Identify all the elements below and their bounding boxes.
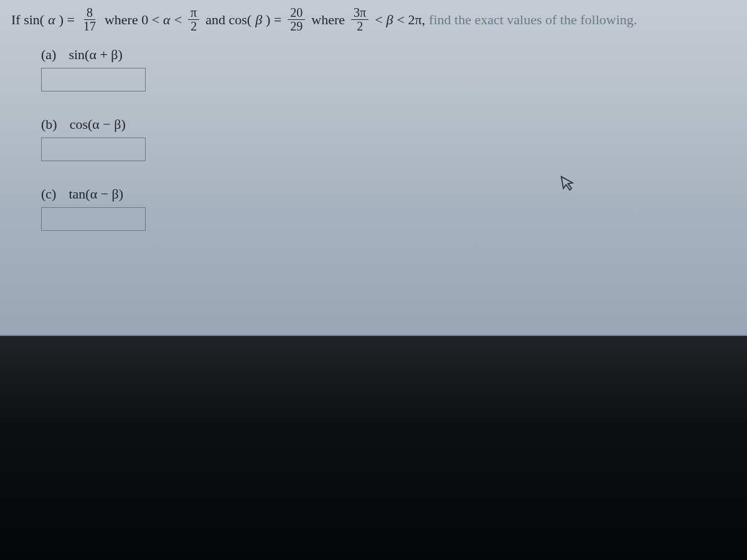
- frac-num: 3π: [351, 6, 369, 20]
- text-where1: where 0 <: [105, 12, 159, 28]
- text-lt1: <: [174, 12, 182, 28]
- fraction-8-17: 8 17: [81, 6, 98, 33]
- frac-num: 20: [288, 6, 305, 20]
- var-alpha: α: [48, 12, 55, 28]
- text-eq1: ) =: [59, 12, 75, 28]
- answer-input-a[interactable]: [41, 68, 146, 91]
- part-b-label-row: (b) cos(α − β): [41, 116, 736, 133]
- var-alpha-2: α: [163, 12, 171, 28]
- cursor-pointer-icon: [558, 173, 578, 198]
- frac-num: 8: [84, 6, 95, 20]
- part-a: (a) sin(α + β): [41, 47, 736, 91]
- frac-den: 2: [188, 20, 199, 33]
- frac-den: 29: [288, 20, 305, 33]
- text-lt3: < 2π,: [397, 12, 426, 28]
- part-c-label-row: (c) tan(α − β): [41, 186, 736, 202]
- answer-input-b[interactable]: [41, 138, 146, 161]
- question-page: If sin(α) = 8 17 where 0 < α < π 2 and c…: [0, 0, 747, 336]
- fraction-3pi-2: 3π 2: [351, 6, 369, 33]
- part-b: (b) cos(α − β): [41, 116, 736, 161]
- fraction-20-29: 20 29: [288, 6, 305, 33]
- frac-num: π: [188, 6, 199, 20]
- part-b-letter: (b): [41, 116, 57, 133]
- frac-den: 2: [354, 20, 365, 33]
- part-c: (c) tan(α − β): [41, 186, 736, 231]
- var-beta-2: β: [387, 12, 393, 28]
- part-c-expression: tan(α − β): [68, 186, 123, 202]
- part-c-letter: (c): [41, 186, 56, 202]
- text-and-cos: and cos(: [205, 12, 251, 28]
- text-tail: find the exact values of the following.: [429, 12, 637, 28]
- text-if-sin: If sin(: [11, 12, 44, 28]
- text-where2: where: [311, 12, 345, 28]
- part-a-expression: sin(α + β): [68, 47, 122, 63]
- var-beta: β: [255, 12, 262, 28]
- part-a-letter: (a): [41, 47, 56, 63]
- question-prompt: If sin(α) = 8 17 where 0 < α < π 2 and c…: [11, 6, 736, 33]
- fraction-pi-2: π 2: [188, 6, 199, 33]
- text-lt2: <: [375, 12, 382, 28]
- part-a-label-row: (a) sin(α + β): [41, 47, 736, 63]
- answer-input-c[interactable]: [41, 207, 146, 231]
- frac-den: 17: [81, 20, 98, 33]
- text-eq2: ) =: [266, 12, 281, 28]
- desk-shadow-area: [0, 336, 747, 560]
- part-b-expression: cos(α − β): [70, 116, 126, 133]
